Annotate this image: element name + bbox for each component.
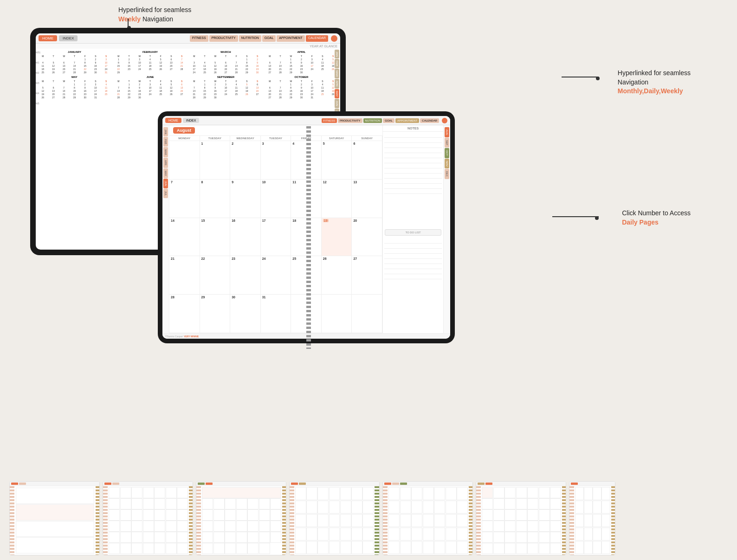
thumbnail-7[interactable]: [569, 481, 615, 555]
top-annotation: Hyperlinked for seamless Weekly Navigati…: [118, 6, 191, 24]
cal-tab-appointment[interactable]: APPOINTMENT: [277, 35, 305, 42]
t2-ctab-goal[interactable]: GOAL: [383, 118, 394, 123]
thumb-cell: [446, 528, 457, 541]
thumb-cell: [202, 532, 213, 543]
cal-tab-fitness[interactable]: FITNESS: [190, 35, 208, 42]
cell-27[interactable]: 27: [352, 256, 382, 294]
cell-empty-4: [352, 295, 382, 333]
cell-19[interactable]: 19: [322, 218, 352, 256]
thumbnail-6[interactable]: [476, 481, 566, 555]
cell-6[interactable]: 6: [352, 141, 382, 179]
cell-12[interactable]: 12: [322, 180, 352, 218]
side-tab-apr[interactable]: APR: [335, 79, 339, 88]
tab-index[interactable]: INDEX: [59, 35, 78, 41]
t2-rstab-nov[interactable]: NOV: [445, 159, 449, 169]
t2-rstab-aug[interactable]: AUG: [445, 127, 449, 137]
cell-9[interactable]: 9: [230, 180, 261, 218]
thumbnail-1[interactable]: [9, 481, 100, 555]
thumb-dot: [392, 483, 399, 485]
col-monday: MONDAY: [169, 136, 200, 141]
cell-20[interactable]: 20: [352, 218, 382, 256]
cal-tab-nutrition[interactable]: NUTRITION: [239, 35, 261, 42]
thumbnail-4[interactable]: [289, 481, 380, 555]
t2-ltab-jun[interactable]: JUN: [163, 179, 168, 188]
thumb-cell: [177, 509, 188, 521]
side-tab-may[interactable]: MAY: [335, 89, 339, 99]
cell-23[interactable]: 23: [230, 256, 261, 294]
t2-ctab-calendar[interactable]: CALENDAR: [420, 118, 439, 123]
thumb-cell: [317, 487, 329, 500]
thumb-cell: [575, 528, 584, 541]
cal-tab-goal[interactable]: GOAL: [262, 35, 276, 42]
thumb-cell: [270, 532, 281, 543]
thumb-cell: [351, 528, 362, 541]
thumb-cell: [575, 541, 584, 554]
cal-tab-productivity[interactable]: PRODUCTIVITY: [209, 35, 238, 42]
cell-24[interactable]: 24: [261, 256, 291, 294]
cell-10[interactable]: 10: [261, 180, 291, 218]
thumb-left-strip: [476, 486, 481, 555]
thumbnail-5[interactable]: [382, 481, 473, 555]
thumb-cell: [400, 514, 411, 527]
cell-22[interactable]: 22: [200, 256, 231, 294]
note-line: [384, 244, 442, 249]
thumb-cell: [400, 528, 411, 541]
cell-26[interactable]: 26: [322, 256, 352, 294]
cell-15[interactable]: 15: [200, 218, 231, 256]
cell-5[interactable]: 5: [322, 141, 352, 179]
side-tab-jan[interactable]: JAN: [335, 50, 339, 58]
cell-empty-1[interactable]: [169, 141, 200, 179]
calendar-tabs: FITNESS PRODUCTIVITY NUTRITION GOAL APPO…: [190, 35, 337, 42]
cell-29[interactable]: 29: [200, 295, 231, 333]
thumb-cell: [120, 543, 131, 554]
t2-todo-button[interactable]: TO DO LIST: [385, 229, 441, 236]
cal-tab-calendar[interactable]: CALENDAR: [306, 35, 328, 42]
side-tab-mar[interactable]: MAR: [335, 69, 339, 78]
cell-21[interactable]: 21: [169, 256, 200, 294]
week-label-w5: W4: [36, 92, 40, 95]
thumb-content-area: [16, 537, 94, 554]
thumb-cell: [143, 543, 154, 554]
t2-ltab-feb[interactable]: FEB: [163, 137, 168, 147]
t2-ctab-appointment[interactable]: APPOINTMENT: [395, 118, 419, 123]
thumb-cell: [423, 501, 434, 514]
t2-ctab-productivity[interactable]: PRODUCTIVITY: [338, 118, 362, 123]
cell-30[interactable]: 30: [230, 295, 261, 333]
thumbnail-3[interactable]: [196, 481, 286, 555]
thumb-cell: [584, 528, 593, 541]
t2-tab-home[interactable]: HOME: [165, 118, 181, 123]
t2-tab-index[interactable]: INDEX: [183, 118, 199, 123]
tab-home[interactable]: HOME: [39, 35, 57, 41]
t2-cal-grid: 1 2 3 4 5 6 7 8 9 10 11 12: [169, 141, 382, 333]
t2-ltab-may[interactable]: MAY: [163, 168, 168, 179]
cell-16[interactable]: 16: [230, 218, 261, 256]
cell-8[interactable]: 8: [200, 180, 231, 218]
t2-ltab-jan[interactable]: JAN: [163, 127, 168, 136]
t2-home-icon[interactable]: [442, 118, 447, 123]
home-circle-icon[interactable]: [331, 35, 337, 42]
thumb-dot: [206, 483, 213, 485]
thumb-cell: [143, 521, 154, 532]
cell-2[interactable]: 2: [230, 141, 261, 179]
cell-1[interactable]: 1: [200, 141, 231, 179]
side-tab-jun[interactable]: JUN: [335, 99, 339, 108]
cell-7[interactable]: 7: [169, 180, 200, 218]
cell-17[interactable]: 17: [261, 218, 291, 256]
t2-rstab-dec[interactable]: DEC: [445, 169, 449, 179]
cell-28[interactable]: 28: [169, 295, 200, 333]
thumb-cell: [593, 528, 601, 541]
t2-ctab-nutrition[interactable]: NUTRITION: [363, 118, 382, 123]
cell-3[interactable]: 3: [261, 141, 291, 179]
t2-ltab-mar[interactable]: MAR: [163, 147, 168, 157]
t2-ctab-fitness[interactable]: FITNESS: [322, 118, 337, 123]
t2-ltab-jul[interactable]: JUL: [163, 189, 168, 198]
t2-ltab-apr[interactable]: APR: [163, 158, 168, 167]
cell-13[interactable]: 13: [352, 180, 382, 218]
cell-31[interactable]: 31: [261, 295, 291, 333]
thumbnail-2[interactable]: [103, 481, 193, 555]
t2-rstab-oct[interactable]: OCT: [445, 148, 449, 158]
side-tab-feb[interactable]: FEB: [335, 59, 339, 68]
thumb-cell: [593, 514, 601, 527]
t2-rstab-sep[interactable]: SEP: [445, 138, 449, 148]
cell-14[interactable]: 14: [169, 218, 200, 256]
